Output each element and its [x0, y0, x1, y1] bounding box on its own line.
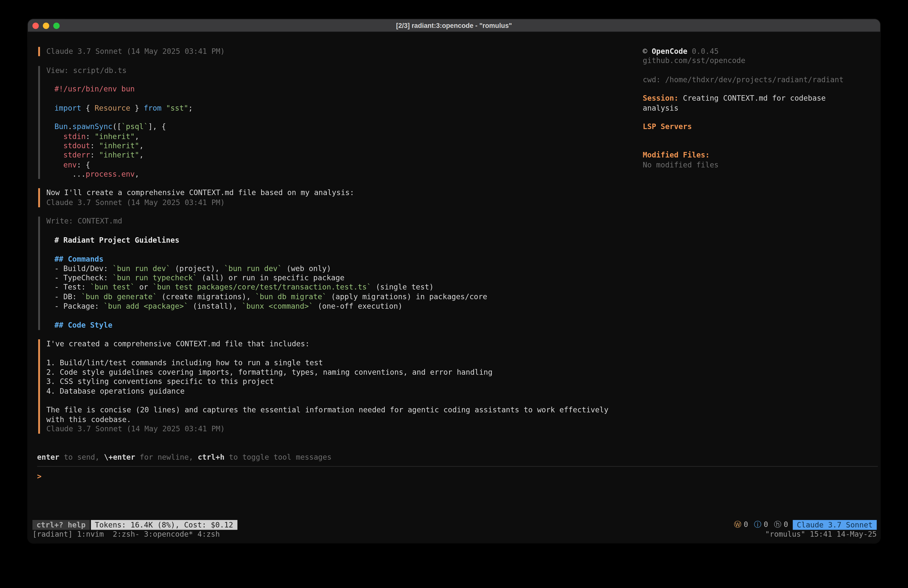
line: Claude 3.7 Sonnet (14 May 2025 03:41 PM)	[46, 198, 878, 207]
tmux-session-info: "romulus" 15:41 14-May-25	[765, 530, 877, 539]
line: with this codebase.	[46, 415, 878, 424]
info-diagnostic: ⓘ 0	[754, 520, 768, 530]
line: cwd: /home/thdxr/dev/projects/radiant/ra…	[643, 75, 869, 85]
prompt-line: >	[37, 472, 878, 482]
line: >	[37, 472, 878, 482]
terminal-content: Claude 3.7 Sonnet (14 May 2025 03:41 PM)…	[28, 32, 881, 543]
line: 4. Database operations guidance	[46, 387, 878, 396]
line	[46, 396, 878, 406]
model-badge: Claude 3.7 Sonnet	[793, 520, 877, 530]
line: Claude 3.7 Sonnet (14 May 2025 03:41 PM)	[46, 424, 878, 434]
line: analysis	[643, 103, 869, 113]
line: - Package: `bun add <package>` (install)…	[54, 302, 878, 311]
assistant-message-1: Now I'll create a comprehensive CONTEXT.…	[46, 188, 878, 207]
line: 3. CSS styling conventions specific to t…	[46, 377, 878, 387]
line: Session: Creating CONTEXT.md for codebas…	[643, 94, 869, 104]
line	[54, 245, 878, 255]
line: I've created a comprehensive CONTEXT.md …	[46, 339, 878, 349]
tool-write-title: Write: CONTEXT.md	[46, 217, 878, 236]
minimize-button[interactable]	[43, 22, 49, 29]
line	[54, 311, 878, 321]
line: The file is concise (20 lines) and captu…	[46, 405, 878, 415]
prompt-input[interactable]: >	[37, 466, 878, 507]
line: 1. Build/lint/test commands including ho…	[46, 358, 878, 368]
desktop: [2/3] radiant:3:opencode - "romulus" Cla…	[0, 0, 908, 588]
line: ## Code Style	[54, 321, 878, 330]
close-button[interactable]	[32, 22, 39, 29]
line: - Build/Dev: `bun run dev` (project), `b…	[54, 264, 878, 273]
line: Write: CONTEXT.md	[46, 217, 878, 226]
diagnostics: Ⓦ 0 ⓘ 0 ⓗ 0	[734, 520, 788, 530]
line: LSP Servers	[643, 122, 869, 132]
line: - TypeCheck: `bun run typecheck` (all) o…	[54, 273, 878, 283]
line: ...process.env,	[54, 170, 878, 179]
help-badge: ctrl+? help	[32, 520, 89, 530]
hint-count: 0	[784, 520, 788, 530]
fullscreen-button[interactable]	[53, 22, 60, 29]
tmux-status-bar: [radiant] 1:nvim 2:zsh- 3:opencode* 4:zs…	[32, 530, 877, 539]
hint-icon: ⓗ	[774, 520, 781, 530]
line	[643, 113, 869, 122]
terminal-window: [2/3] radiant:3:opencode - "romulus" Cla…	[28, 19, 881, 543]
status-bar: ctrl+? help Tokens: 16.4K (8%), Cost: $0…	[32, 520, 877, 530]
tool-write-block: Write: CONTEXT.md # Radiant Project Guid…	[38, 217, 878, 330]
line	[46, 349, 878, 358]
line	[643, 66, 869, 75]
warning-diagnostic: Ⓦ 0	[734, 520, 748, 530]
line: 2. Code style guidelines covering import…	[46, 368, 878, 377]
line: enter to send, \+enter for newline, ctrl…	[37, 453, 878, 462]
window-titlebar[interactable]: [2/3] radiant:3:opencode - "romulus"	[28, 19, 881, 32]
assistant-message-2: I've created a comprehensive CONTEXT.md …	[46, 339, 878, 434]
info-count: 0	[764, 520, 768, 530]
assistant-message-block-2: I've created a comprehensive CONTEXT.md …	[38, 339, 878, 434]
line: © OpenCode 0.0.45	[643, 47, 869, 56]
sidebar: © OpenCode 0.0.45github.com/sst/opencode…	[643, 47, 869, 169]
tmux-window-list: [radiant] 1:nvim 2:zsh- 3:opencode* 4:zs…	[32, 530, 220, 539]
hint-diagnostic: ⓗ 0	[774, 520, 788, 530]
line	[643, 132, 869, 141]
line: ## Commands	[54, 255, 878, 264]
line: # Radiant Project Guidelines	[54, 236, 878, 245]
line	[643, 85, 869, 94]
line	[46, 226, 878, 236]
tokens-badge: Tokens: 16.4K (8%), Cost: $0.12	[91, 520, 237, 530]
warning-count: 0	[744, 520, 748, 530]
keybind-hint-bar: enter to send, \+enter for newline, ctrl…	[37, 453, 878, 462]
sidebar-content: © OpenCode 0.0.45github.com/sst/opencode…	[643, 47, 869, 169]
line: - Test: `bun test` or `bun test packages…	[54, 283, 878, 292]
line	[643, 141, 869, 151]
line: Now I'll create a comprehensive CONTEXT.…	[46, 188, 878, 198]
traffic-lights	[32, 19, 60, 32]
line: No modified files	[643, 160, 869, 170]
line: github.com/sst/opencode	[643, 56, 869, 66]
line: Modified Files:	[643, 151, 869, 160]
info-icon: ⓘ	[754, 520, 761, 530]
tool-write-content: # Radiant Project Guidelines ## Commands…	[54, 236, 878, 330]
assistant-message-block-1: Now I'll create a comprehensive CONTEXT.…	[38, 188, 878, 207]
warning-icon: Ⓦ	[734, 520, 742, 530]
line: - DB: `bun db generate` (create migratio…	[54, 292, 878, 302]
window-title: [2/3] radiant:3:opencode - "romulus"	[28, 22, 881, 29]
